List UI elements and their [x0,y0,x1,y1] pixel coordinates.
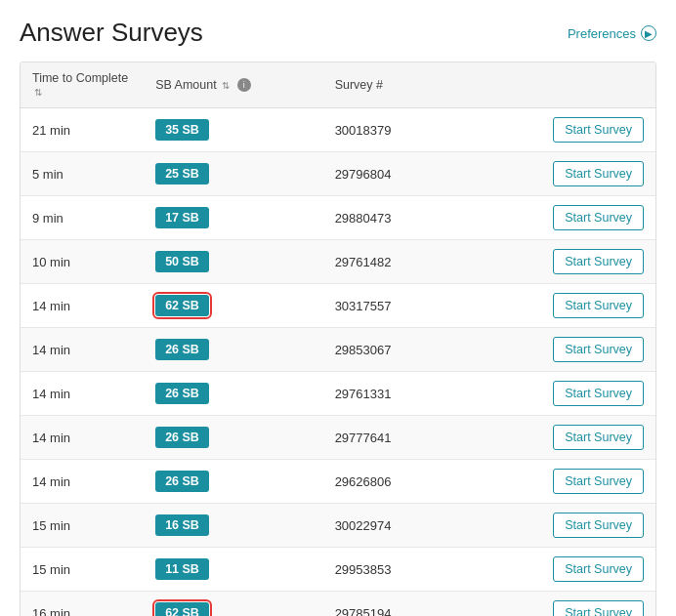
cell-action: Start Survey [525,592,655,617]
sb-badge-highlighted: 62 SB [155,295,209,316]
cell-action: Start Survey [525,152,655,196]
surveys-table-container: Time to Complete ⇅ SB Amount ⇅ i Survey … [20,62,656,616]
cell-survey-number: 29953853 [323,548,525,592]
table-row: 14 min26 SB29761331Start Survey [21,372,655,416]
sb-badge: 26 SB [155,339,209,360]
col-header-time: Time to Complete ⇅ [21,62,144,108]
cell-sb: 11 SB [144,548,322,592]
cell-survey-number: 29880473 [323,196,525,240]
cell-time: 5 min [21,152,144,196]
col-header-sb: SB Amount ⇅ i [144,62,322,108]
col-header-survey: Survey # [323,62,525,108]
page-wrapper: Answer Surveys Preferences ▶ Time to Com… [0,0,676,616]
cell-survey-number: 30018379 [323,108,525,152]
sb-badge: 26 SB [155,427,209,448]
table-row: 15 min16 SB30022974Start Survey [21,504,655,548]
table-row: 21 min35 SB30018379Start Survey [21,108,655,152]
cell-time: 15 min [21,548,144,592]
table-row: 9 min17 SB29880473Start Survey [21,196,655,240]
cell-sb: 62 SB [144,592,322,617]
sb-badge-highlighted: 62 SB [155,602,209,616]
start-survey-button[interactable]: Start Survey [553,381,644,406]
table-row: 15 min11 SB29953853Start Survey [21,548,655,592]
cell-sb: 16 SB [144,504,322,548]
cell-action: Start Survey [525,328,655,372]
cell-time: 16 min [21,592,144,617]
cell-survey-number: 30022974 [323,504,525,548]
table-row: 14 min26 SB29853067Start Survey [21,328,655,372]
cell-time: 14 min [21,372,144,416]
cell-action: Start Survey [525,196,655,240]
table-row: 14 min26 SB29626806Start Survey [21,460,655,504]
start-survey-button[interactable]: Start Survey [553,293,644,318]
cell-survey-number: 29796804 [323,152,525,196]
cell-action: Start Survey [525,460,655,504]
cell-action: Start Survey [525,504,655,548]
sort-icon-time: ⇅ [34,87,42,98]
cell-time: 15 min [21,504,144,548]
cell-action: Start Survey [525,284,655,328]
surveys-table: Time to Complete ⇅ SB Amount ⇅ i Survey … [21,62,655,616]
table-row: 14 min62 SB30317557Start Survey [21,284,655,328]
start-survey-button[interactable]: Start Survey [553,337,644,362]
cell-sb: 17 SB [144,196,322,240]
sb-badge: 50 SB [155,251,209,272]
cell-survey-number: 29761331 [323,372,525,416]
cell-sb: 62 SB [144,284,322,328]
cell-time: 14 min [21,460,144,504]
table-header: Time to Complete ⇅ SB Amount ⇅ i Survey … [21,62,655,108]
cell-survey-number: 29777641 [323,416,525,460]
cell-sb: 26 SB [144,328,322,372]
cell-time: 10 min [21,240,144,284]
preferences-label: Preferences [568,26,636,41]
page-title: Answer Surveys [20,18,203,48]
sb-badge: 16 SB [155,514,209,536]
sb-badge: 25 SB [155,163,209,185]
start-survey-button[interactable]: Start Survey [553,556,644,582]
cell-action: Start Survey [525,240,655,284]
table-body: 21 min35 SB30018379Start Survey5 min25 S… [21,108,655,617]
preferences-icon: ▶ [641,25,656,41]
start-survey-button[interactable]: Start Survey [553,117,644,143]
cell-sb: 25 SB [144,152,322,196]
sb-badge: 11 SB [155,558,209,580]
cell-action: Start Survey [525,416,655,460]
cell-action: Start Survey [525,108,655,152]
cell-time: 14 min [21,284,144,328]
start-survey-button[interactable]: Start Survey [553,425,644,450]
cell-action: Start Survey [525,548,655,592]
cell-sb: 26 SB [144,460,322,504]
sb-badge: 17 SB [155,207,209,228]
sort-icon-sb: ⇅ [222,80,230,91]
start-survey-button[interactable]: Start Survey [553,513,644,538]
cell-action: Start Survey [525,372,655,416]
page-header: Answer Surveys Preferences ▶ [20,18,656,48]
info-icon-sb[interactable]: i [237,78,251,92]
start-survey-button[interactable]: Start Survey [553,161,644,186]
cell-sb: 26 SB [144,372,322,416]
cell-time: 21 min [21,108,144,152]
sb-badge: 26 SB [155,471,209,492]
header-row: Time to Complete ⇅ SB Amount ⇅ i Survey … [21,62,655,108]
cell-time: 9 min [21,196,144,240]
sb-badge: 26 SB [155,383,209,404]
table-row: 10 min50 SB29761482Start Survey [21,240,655,284]
cell-sb: 50 SB [144,240,322,284]
preferences-link[interactable]: Preferences ▶ [568,25,656,41]
table-row: 5 min25 SB29796804Start Survey [21,152,655,196]
sb-badge: 35 SB [155,119,209,141]
start-survey-button[interactable]: Start Survey [553,249,644,274]
cell-survey-number: 30317557 [323,284,525,328]
start-survey-button[interactable]: Start Survey [553,469,644,494]
cell-survey-number: 29761482 [323,240,525,284]
table-row: 16 min62 SB29785194Start Survey [21,592,655,617]
cell-time: 14 min [21,328,144,372]
cell-sb: 26 SB [144,416,322,460]
cell-time: 14 min [21,416,144,460]
cell-survey-number: 29626806 [323,460,525,504]
start-survey-button[interactable]: Start Survey [553,600,644,616]
col-header-action [525,62,655,108]
start-survey-button[interactable]: Start Survey [553,205,644,230]
cell-survey-number: 29853067 [323,328,525,372]
cell-survey-number: 29785194 [323,592,525,617]
